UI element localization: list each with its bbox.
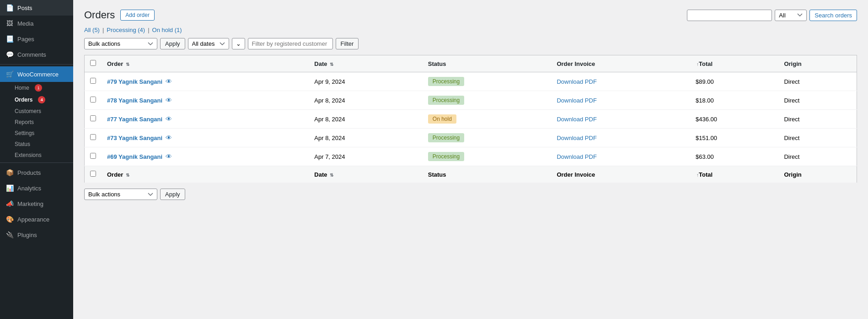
table-row: #73 Yagnik Sangani 👁 Apr 8, 2024 Process…	[85, 129, 857, 147]
table-row: #79 Yagnik Sangani 👁 Apr 9, 2024 Process…	[85, 72, 857, 91]
row-origin-cell-4: Direct	[778, 147, 857, 166]
order-link-2[interactable]: #77 Yagnik Sangani	[107, 116, 162, 123]
comments-icon: 💬	[5, 50, 14, 59]
row-date-cell-4: Apr 7, 2024	[309, 147, 423, 166]
status-badge-3: Processing	[428, 133, 464, 142]
sidebar-subitem-reports[interactable]: Reports	[15, 117, 73, 128]
order-link-3[interactable]: #73 Yagnik Sangani	[107, 135, 162, 141]
filter-customer-input[interactable]	[248, 38, 333, 49]
sidebar-item-posts[interactable]: 📄 Posts	[0, 0, 73, 16]
sidebar-subitem-reports-label: Reports	[15, 119, 34, 125]
th-select-all[interactable]	[85, 55, 102, 72]
download-pdf-link-1[interactable]: Download PDF	[557, 97, 596, 104]
filter-processing-link[interactable]: Processing (4)	[107, 27, 145, 33]
row-order-cell-3: #73 Yagnik Sangani 👁	[102, 129, 309, 147]
select-all-checkbox[interactable]	[90, 60, 96, 66]
row-checkbox-cell-4[interactable]	[85, 147, 102, 166]
sidebar-item-media-label: Media	[17, 20, 33, 27]
bulk-actions-select-bottom[interactable]: Bulk actions Mark processing Mark on hol…	[84, 189, 157, 200]
bulk-actions-select-top[interactable]: Bulk actions Mark processing Mark on hol…	[84, 38, 157, 49]
sidebar-item-pages[interactable]: 📃 Pages	[0, 31, 73, 47]
dates-select[interactable]: All dates	[188, 38, 229, 49]
download-pdf-link-0[interactable]: Download PDF	[557, 78, 596, 85]
th-date[interactable]: Date ⇅	[309, 55, 423, 72]
top-toolbar: Bulk actions Mark processing Mark on hol…	[84, 38, 857, 49]
sidebar-item-appearance[interactable]: 🎨 Appearance	[0, 211, 73, 227]
search-type-select[interactable]: All	[775, 10, 807, 21]
sidebar-item-products[interactable]: 📦 Products	[0, 165, 73, 180]
tfoot-td-order[interactable]: Order ⇅	[102, 166, 309, 183]
view-icon-3[interactable]: 👁	[166, 134, 172, 141]
sidebar-subitem-home[interactable]: Home 1	[15, 82, 73, 94]
sidebar-item-marketing[interactable]: 📣 Marketing	[0, 196, 73, 211]
sidebar: 📄 Posts 🖼 Media 📃 Pages 💬 Comments 🛒 Woo…	[0, 0, 73, 319]
sidebar-subitem-customers[interactable]: Customers	[15, 106, 73, 117]
chevron-button[interactable]: ⌄	[232, 38, 245, 49]
view-icon-2[interactable]: 👁	[166, 115, 172, 123]
row-checkbox-2[interactable]	[90, 115, 96, 121]
row-checkbox-1[interactable]	[90, 97, 96, 103]
row-order-cell-2: #77 Yagnik Sangani 👁	[102, 110, 309, 129]
filter-all-link[interactable]: All (5)	[84, 27, 100, 33]
sidebar-subitem-status[interactable]: Status	[15, 139, 73, 150]
row-checkbox-3[interactable]	[90, 134, 96, 140]
tfoot-td-date[interactable]: Date ⇅	[309, 166, 423, 183]
sidebar-item-media[interactable]: 🖼 Media	[0, 16, 73, 31]
tfoot-td-checkbox[interactable]	[85, 166, 102, 183]
pages-icon: 📃	[5, 35, 14, 43]
table-row: #78 Yagnik Sangani 👁 Apr 8, 2024 Process…	[85, 91, 857, 110]
order-link-1[interactable]: #78 Yagnik Sangani	[107, 97, 162, 104]
view-icon-1[interactable]: 👁	[166, 97, 172, 104]
row-checkbox-4[interactable]	[90, 153, 96, 159]
row-invoice-cell-0: Download PDF	[551, 72, 690, 91]
row-checkbox-0[interactable]	[90, 78, 96, 84]
row-checkbox-cell-0[interactable]	[85, 72, 102, 91]
search-orders-button[interactable]: Search orders	[809, 10, 857, 21]
view-icon-4[interactable]: 👁	[166, 153, 172, 160]
row-invoice-cell-3: Download PDF	[551, 129, 690, 147]
sidebar-item-pages-label: Pages	[17, 36, 34, 43]
sidebar-subitem-extensions[interactable]: Extensions	[15, 150, 73, 161]
media-icon: 🖼	[5, 19, 14, 27]
order-link-4[interactable]: #69 Yagnik Sangani	[107, 153, 162, 160]
apply-button-top[interactable]: Apply	[160, 38, 185, 49]
tfoot-td-total[interactable]: ↑Total	[690, 166, 778, 183]
order-link-0[interactable]: #79 Yagnik Sangani	[107, 78, 162, 85]
table-footer-row: Order ⇅ Date ⇅ Status Order Invoice ↑Tot…	[85, 166, 857, 183]
row-checkbox-cell-3[interactable]	[85, 129, 102, 147]
row-checkbox-cell-1[interactable]	[85, 91, 102, 110]
add-order-button[interactable]: Add order	[120, 10, 155, 21]
tfoot-select-all-checkbox[interactable]	[90, 171, 96, 177]
tfoot-total-sort-icon: ↑	[697, 173, 699, 178]
th-order[interactable]: Order ⇅	[102, 55, 309, 72]
download-pdf-link-3[interactable]: Download PDF	[557, 135, 596, 141]
sidebar-subitem-status-label: Status	[15, 141, 30, 147]
row-total-cell-3: $151.00	[690, 129, 778, 147]
row-origin-cell-0: Direct	[778, 72, 857, 91]
plugins-icon: 🔌	[5, 231, 14, 239]
sidebar-item-woocommerce[interactable]: 🛒 WooCommerce	[0, 66, 73, 82]
sidebar-item-plugins[interactable]: 🔌 Plugins	[0, 227, 73, 243]
apply-button-bottom[interactable]: Apply	[160, 189, 185, 200]
row-checkbox-cell-2[interactable]	[85, 110, 102, 129]
download-pdf-link-4[interactable]: Download PDF	[557, 153, 596, 160]
row-invoice-cell-4: Download PDF	[551, 147, 690, 166]
posts-icon: 📄	[5, 4, 14, 12]
th-total[interactable]: ↑Total	[690, 55, 778, 72]
sidebar-item-marketing-label: Marketing	[17, 200, 43, 207]
sidebar-item-comments[interactable]: 💬 Comments	[0, 47, 73, 62]
sidebar-item-analytics[interactable]: 📊 Analytics	[0, 180, 73, 196]
filter-on-hold-link[interactable]: On hold (1)	[152, 27, 182, 33]
status-badge-2: On hold	[428, 114, 456, 124]
sidebar-subitem-orders[interactable]: Orders 4	[15, 94, 73, 106]
search-input[interactable]	[687, 10, 772, 21]
th-status: Status	[423, 55, 552, 72]
filter-button[interactable]: Filter	[336, 38, 359, 49]
tfoot-td-invoice: Order Invoice	[551, 166, 690, 183]
sidebar-subitem-settings[interactable]: Settings	[15, 128, 73, 139]
table-body: #79 Yagnik Sangani 👁 Apr 9, 2024 Process…	[85, 72, 857, 166]
download-pdf-link-2[interactable]: Download PDF	[557, 116, 596, 123]
sidebar-divider-2	[0, 162, 73, 163]
row-total-cell-2: $436.00	[690, 110, 778, 129]
view-icon-0[interactable]: 👁	[166, 78, 172, 85]
